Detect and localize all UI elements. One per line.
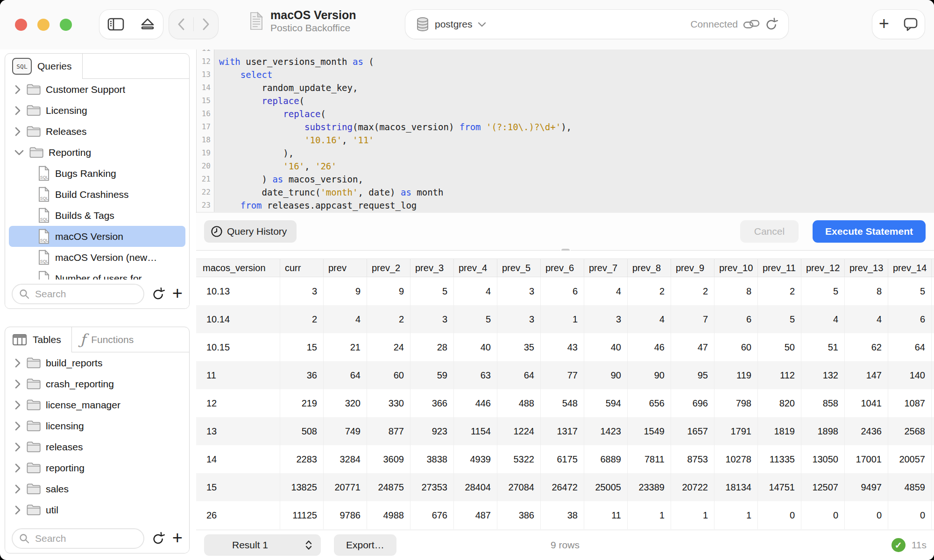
column-header[interactable]: macos_version bbox=[196, 259, 280, 277]
chevron-down-icon bbox=[14, 149, 24, 156]
cell-value: 487 bbox=[454, 501, 497, 529]
sidebar-query-item[interactable]: SQLBuilds & Tags bbox=[9, 205, 185, 226]
sidebar-schema-row[interactable]: reporting bbox=[9, 457, 185, 478]
sidebar-query-item[interactable]: SQLNumber of users for… bbox=[9, 268, 185, 280]
cell-clipped bbox=[932, 389, 934, 417]
cell-value: 3 bbox=[280, 277, 324, 305]
tables-search-input[interactable] bbox=[34, 532, 137, 545]
results-header-row: macos_versioncurrprevprev_2prev_3prev_4p… bbox=[196, 259, 934, 277]
database-selector[interactable]: postgres bbox=[416, 17, 486, 32]
add-query-button[interactable]: + bbox=[172, 284, 183, 302]
queries-search-field[interactable] bbox=[12, 284, 144, 304]
sidebar-schema-row[interactable]: build_reports bbox=[9, 352, 185, 373]
sql-editor[interactable]: 1112with user_versions_month as (13 sele… bbox=[196, 49, 934, 213]
new-item-button[interactable]: + bbox=[879, 14, 889, 32]
column-header[interactable]: prev_5 bbox=[497, 259, 541, 277]
column-header[interactable]: prev_11 bbox=[758, 259, 801, 277]
table-row[interactable]: 1136646059636477909095119112132147140 bbox=[196, 361, 934, 389]
schema-label: crash_reporting bbox=[46, 378, 114, 390]
column-header[interactable]: prev_2 bbox=[367, 259, 410, 277]
close-window-button[interactable] bbox=[15, 19, 27, 31]
queries-header-rest bbox=[83, 54, 189, 79]
column-header[interactable]: prev_3 bbox=[410, 259, 454, 277]
folder-label: Licensing bbox=[46, 105, 87, 116]
column-header[interactable]: prev_8 bbox=[628, 259, 671, 277]
folder-icon bbox=[26, 462, 41, 474]
cell-value: 18134 bbox=[715, 473, 758, 501]
cell-value: 112 bbox=[758, 361, 801, 389]
disconnect-button[interactable] bbox=[132, 10, 163, 39]
tab-tables[interactable]: Tables bbox=[5, 327, 72, 352]
sidebar-folder-row[interactable]: Reporting bbox=[9, 142, 185, 163]
cell-clipped bbox=[932, 445, 934, 473]
sidebar-folder-row[interactable]: Licensing bbox=[9, 100, 185, 121]
sidebar-schema-row[interactable]: licensing bbox=[9, 415, 185, 436]
history-nav-pill bbox=[169, 10, 218, 39]
cell-value: 2568 bbox=[888, 417, 932, 445]
zoom-window-button[interactable] bbox=[60, 19, 72, 31]
sidebar-schema-row[interactable]: sales bbox=[9, 478, 185, 499]
forward-button[interactable] bbox=[194, 10, 218, 39]
queries-search-input[interactable] bbox=[34, 288, 137, 300]
column-header[interactable]: prev_6 bbox=[541, 259, 584, 277]
sidebar-query-item[interactable]: SQLBuild Crashiness bbox=[9, 184, 185, 205]
column-header[interactable]: prev_13 bbox=[845, 259, 888, 277]
tab-queries[interactable]: SQL Queries bbox=[5, 54, 83, 79]
sidebar-schema-row[interactable]: license_manager bbox=[9, 394, 185, 415]
sidebar-query-item[interactable]: SQLmacOS Version bbox=[9, 226, 185, 247]
cell-value: 13050 bbox=[801, 445, 845, 473]
folder-label: Releases bbox=[46, 126, 87, 137]
editor-line: 13 select bbox=[197, 68, 934, 81]
column-header[interactable]: prev bbox=[324, 259, 367, 277]
table-row[interactable]: 1221932033036644648854859465669679882085… bbox=[196, 389, 934, 417]
cell-value: 20057 bbox=[888, 445, 932, 473]
sidebar-query-item[interactable]: SQLBugs Ranking bbox=[9, 163, 185, 184]
sidebar-schema-row[interactable]: util bbox=[9, 499, 185, 520]
line-number: 13 bbox=[197, 68, 214, 81]
result-selector[interactable]: Result 1 bbox=[204, 534, 321, 556]
table-row[interactable]: 26111259786498867648738638111110000 bbox=[196, 501, 934, 529]
sidebar-folder-row[interactable]: Releases bbox=[9, 121, 185, 142]
query-label: Bugs Ranking bbox=[55, 168, 116, 179]
refresh-tables-icon[interactable] bbox=[152, 532, 165, 546]
query-history-button[interactable]: Query History bbox=[204, 220, 297, 243]
table-row[interactable]: 10.14242353134765446 bbox=[196, 305, 934, 333]
execute-statement-button[interactable]: Execute Statement bbox=[813, 220, 926, 243]
cell-macos-version: 10.14 bbox=[196, 305, 280, 333]
export-button[interactable]: Export… bbox=[334, 534, 396, 556]
database-icon bbox=[416, 17, 430, 32]
function-icon: ƒ bbox=[80, 332, 85, 347]
tab-functions[interactable]: ƒ Functions bbox=[72, 332, 144, 347]
table-row[interactable]: 1350874987792311541224131714231549165717… bbox=[196, 417, 934, 445]
column-header-clipped bbox=[932, 259, 934, 277]
column-header[interactable]: prev_12 bbox=[801, 259, 845, 277]
sidebar-schema-row[interactable]: crash_reporting bbox=[9, 373, 185, 394]
column-header[interactable]: prev_4 bbox=[454, 259, 497, 277]
code-text: ), bbox=[214, 147, 934, 160]
cell-value: 5 bbox=[888, 277, 932, 305]
refresh-queries-icon[interactable] bbox=[152, 287, 165, 301]
column-header[interactable]: prev_10 bbox=[715, 259, 758, 277]
table-row[interactable]: 1422833284360938384939532261756889781187… bbox=[196, 445, 934, 473]
sidebar-schema-row[interactable]: releases bbox=[9, 436, 185, 457]
refresh-icon[interactable] bbox=[765, 17, 778, 31]
tables-search-field[interactable] bbox=[12, 528, 144, 549]
column-header[interactable]: prev_14 bbox=[888, 259, 932, 277]
comment-bubble-icon[interactable] bbox=[903, 17, 918, 32]
column-header[interactable]: prev_9 bbox=[671, 259, 715, 277]
cell-value: 923 bbox=[410, 417, 454, 445]
column-header[interactable]: curr bbox=[280, 259, 324, 277]
folder-icon bbox=[26, 378, 41, 390]
table-row[interactable]: 10.13399543642282585 bbox=[196, 277, 934, 305]
table-row[interactable]: 1513825207712487527353284042708426472250… bbox=[196, 473, 934, 501]
sidebar-query-item[interactable]: SQLmacOS Version (new… bbox=[9, 247, 185, 268]
back-button[interactable] bbox=[169, 10, 193, 39]
table-row[interactable]: 10.15152124284035434046476050516264 bbox=[196, 333, 934, 361]
sidebar-folder-row[interactable]: Customer Support bbox=[9, 79, 185, 100]
add-table-button[interactable]: + bbox=[172, 529, 183, 546]
code-text: ) as macos_version, bbox=[214, 173, 934, 186]
schema-label: sales bbox=[46, 483, 69, 495]
toggle-sidebar-button[interactable] bbox=[99, 10, 132, 39]
minimize-window-button[interactable] bbox=[37, 19, 50, 31]
column-header[interactable]: prev_7 bbox=[584, 259, 628, 277]
